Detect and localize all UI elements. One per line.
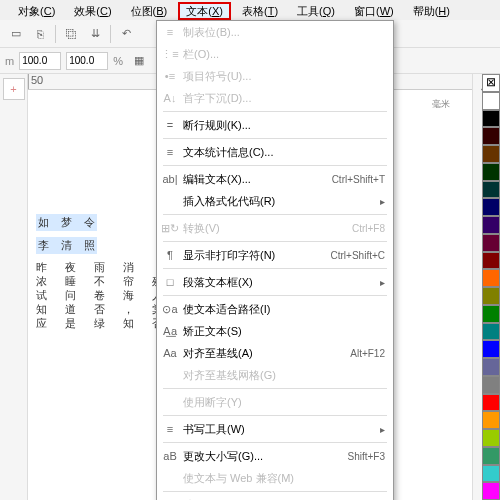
color-swatch[interactable] <box>482 411 500 429</box>
menu-separator <box>163 491 387 492</box>
zoom-field-2[interactable]: 100.0 <box>66 52 108 70</box>
menu-entry-icon: ≡ <box>157 423 183 435</box>
menu-entry-icon: •≡ <box>157 70 183 82</box>
left-tool-panel: + <box>0 74 28 500</box>
paste-icon[interactable]: ⇊ <box>84 23 106 45</box>
menu-entry-label: 矫正文本(S) <box>183 324 385 339</box>
poem-column: 消帘海，知 <box>123 260 134 330</box>
menu-entry-icon: = <box>157 119 183 131</box>
new-icon[interactable]: ▭ <box>5 23 27 45</box>
menu-entry-icon: aB <box>157 450 183 462</box>
menu-entry: •≡项目符号(U)... <box>157 65 393 87</box>
color-swatch[interactable] <box>482 110 500 128</box>
menu-entry-label: 段落文本框(X) <box>183 275 380 290</box>
menu-entry[interactable]: A</>编码(E)... <box>157 494 393 500</box>
menu-item[interactable]: 工具(Q) <box>289 2 343 20</box>
menu-entry-label: 文本统计信息(C)... <box>183 145 385 160</box>
menu-entry[interactable]: □段落文本框(X)▸ <box>157 271 393 293</box>
menu-entry: ≡制表位(B)... <box>157 21 393 43</box>
color-swatch[interactable] <box>482 234 500 252</box>
menu-entry: ⋮≡栏(O)... <box>157 43 393 65</box>
color-swatch[interactable] <box>482 145 500 163</box>
menu-item[interactable]: 效果(C) <box>66 2 119 20</box>
menu-entry-label: 使文本适合路径(I) <box>183 302 385 317</box>
menu-entry-icon: ⊙a <box>157 303 183 316</box>
title-row-1: 如梦令 <box>36 214 97 231</box>
menu-separator <box>163 165 387 166</box>
menu-entry-shortcut: ▸ <box>380 277 385 288</box>
menu-entry-shortcut: Shift+F3 <box>347 451 385 462</box>
menu-item[interactable]: 帮助(H) <box>405 2 458 20</box>
menu-entry[interactable]: ¶显示非打印字符(N)Ctrl+Shift+C <box>157 244 393 266</box>
menu-separator <box>163 111 387 112</box>
menu-entry-shortcut: Ctrl+Shift+C <box>331 250 385 261</box>
menu-entry-label: 更改大小写(G)... <box>183 449 347 464</box>
color-swatch[interactable] <box>482 127 500 145</box>
menu-separator <box>163 241 387 242</box>
menu-entry-label: 使用断字(Y) <box>183 395 385 410</box>
menu-entry[interactable]: ab|编辑文本(X)...Ctrl+Shift+T <box>157 168 393 190</box>
color-swatch[interactable] <box>482 252 500 270</box>
menu-item[interactable]: 位图(B) <box>123 2 176 20</box>
menu-entry-label: 对齐至基线(A) <box>183 346 350 361</box>
color-swatch[interactable] <box>482 198 500 216</box>
menu-entry-icon: ⊞↻ <box>157 222 183 235</box>
menu-item[interactable]: 表格(T) <box>234 2 286 20</box>
menu-entry[interactable]: A͟a矫正文本(S) <box>157 320 393 342</box>
menu-entry[interactable]: =断行规则(K)... <box>157 114 393 136</box>
no-fill-swatch[interactable]: ⊠ <box>482 74 500 92</box>
menu-entry[interactable]: Aa对齐至基线(A)Alt+F12 <box>157 342 393 364</box>
menu-separator <box>163 415 387 416</box>
color-swatch[interactable] <box>482 429 500 447</box>
color-swatch[interactable] <box>482 340 500 358</box>
menu-separator <box>163 268 387 269</box>
menu-entry-label: 制表位(B)... <box>183 25 385 40</box>
menu-entry[interactable]: aB更改大小写(G)...Shift+F3 <box>157 445 393 467</box>
menu-entry[interactable]: ≡书写工具(W)▸ <box>157 418 393 440</box>
color-swatch[interactable] <box>482 92 500 110</box>
menu-item[interactable]: 窗口(W) <box>346 2 402 20</box>
color-swatch[interactable] <box>482 216 500 234</box>
unit-label: 毫米 <box>432 98 450 111</box>
menu-entry[interactable]: 插入格式化代码(R)▸ <box>157 190 393 212</box>
color-swatch[interactable] <box>482 447 500 465</box>
undo-icon[interactable]: ↶ <box>115 23 137 45</box>
open-icon[interactable]: ⎘ <box>29 23 51 45</box>
menu-entry: 使用断字(Y) <box>157 391 393 413</box>
menu-entry[interactable]: ≡文本统计信息(C)... <box>157 141 393 163</box>
menu-entry-icon: Aa <box>157 347 183 359</box>
plus-tool-icon[interactable]: + <box>3 78 25 100</box>
color-swatch[interactable] <box>482 269 500 287</box>
menu-entry-label: 首字下沉(D)... <box>183 91 385 106</box>
copy-icon[interactable]: ⿻ <box>60 23 82 45</box>
zoom-field-1[interactable]: 100.0 <box>19 52 61 70</box>
menu-separator <box>163 214 387 215</box>
menu-entry[interactable]: ⊙a使文本适合路径(I) <box>157 298 393 320</box>
color-swatch[interactable] <box>482 358 500 376</box>
text-menu-dropdown: ≡制表位(B)...⋮≡栏(O)...•≡项目符号(U)...A↓首字下沉(D)… <box>156 20 394 500</box>
color-swatch[interactable] <box>482 482 500 500</box>
menu-entry: 使文本与 Web 兼容(M) <box>157 467 393 489</box>
menu-entry-label: 栏(O)... <box>183 47 385 62</box>
menu-item[interactable]: 文本(X) <box>178 2 231 20</box>
color-swatch[interactable] <box>482 323 500 341</box>
menu-entry: ⊞↻转换(V)Ctrl+F8 <box>157 217 393 239</box>
color-swatch[interactable] <box>482 305 500 323</box>
color-swatch[interactable] <box>482 376 500 394</box>
color-swatch[interactable] <box>482 163 500 181</box>
color-swatch[interactable] <box>482 465 500 483</box>
fit-icon[interactable]: ▦ <box>128 50 150 72</box>
menu-entry: A↓首字下沉(D)... <box>157 87 393 109</box>
title-row-2: 李清照 <box>36 237 97 254</box>
menu-entry: 对齐至基线网格(G) <box>157 364 393 386</box>
poem-column: 夜睡问道是 <box>65 260 76 330</box>
color-swatch[interactable] <box>482 287 500 305</box>
menu-entry-icon: ≡ <box>157 146 183 158</box>
menu-entry-shortcut: ▸ <box>380 196 385 207</box>
menu-item[interactable]: 对象(C) <box>10 2 63 20</box>
menu-entry-icon: ⋮≡ <box>157 48 183 61</box>
color-swatch[interactable] <box>482 181 500 199</box>
color-swatch[interactable] <box>482 394 500 412</box>
menu-entry-label: 转换(V) <box>183 221 352 236</box>
menu-entry-icon: ¶ <box>157 249 183 261</box>
